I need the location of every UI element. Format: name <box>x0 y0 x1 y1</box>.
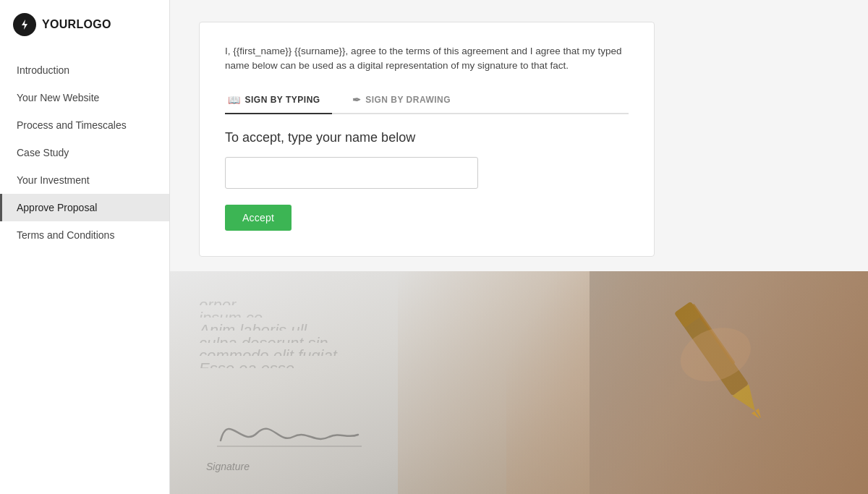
drawing-icon: ✒ <box>352 94 362 106</box>
main-content: I, {{first_name}} {{surname}}, agree to … <box>170 0 868 494</box>
sidebar: YOURLOGO Introduction Your New Website P… <box>0 0 170 494</box>
card-area: I, {{first_name}} {{surname}}, agree to … <box>170 0 868 271</box>
sidebar-item-your-investment[interactable]: Your Investment <box>0 166 169 194</box>
signing-image: orpor... ipsum co... Anim laboris ull...… <box>170 271 868 495</box>
sign-instruction: To accept, type your name below <box>225 130 629 145</box>
tab-sign-by-typing[interactable]: 📖 SIGN BY TYPING <box>225 88 332 114</box>
pen-area <box>398 271 868 495</box>
sidebar-item-case-study[interactable]: Case Study <box>0 139 169 166</box>
sidebar-item-approve-proposal[interactable]: Approve Proposal <box>0 194 169 221</box>
logo-area: YOURLOGO <box>0 0 169 49</box>
logo-icon <box>13 13 36 36</box>
sidebar-item-introduction[interactable]: Introduction <box>0 56 169 84</box>
sidebar-item-process-and-timescales[interactable]: Process and Timescales <box>0 111 169 139</box>
typing-icon: 📖 <box>228 94 241 106</box>
sidebar-item-your-new-website[interactable]: Your New Website <box>0 84 169 111</box>
logo-text: YOURLOGO <box>42 18 111 31</box>
sidebar-item-terms-and-conditions[interactable]: Terms and Conditions <box>0 221 169 249</box>
svg-marker-0 <box>22 20 27 30</box>
tab-typing-label: SIGN BY TYPING <box>245 95 320 105</box>
tab-drawing-label: SIGN BY DRAWING <box>365 95 451 105</box>
sidebar-nav: Introduction Your New Website Process an… <box>0 49 169 249</box>
agreement-text: I, {{first_name}} {{surname}}, agree to … <box>225 44 629 74</box>
tabs: 📖 SIGN BY TYPING ✒ SIGN BY DRAWING <box>225 88 629 114</box>
signature-card: I, {{first_name}} {{surname}}, agree to … <box>199 22 655 257</box>
tab-sign-by-drawing[interactable]: ✒ SIGN BY DRAWING <box>349 88 462 114</box>
signature-drawing <box>206 397 394 455</box>
name-input[interactable] <box>225 157 478 189</box>
accept-button[interactable]: Accept <box>225 205 292 231</box>
